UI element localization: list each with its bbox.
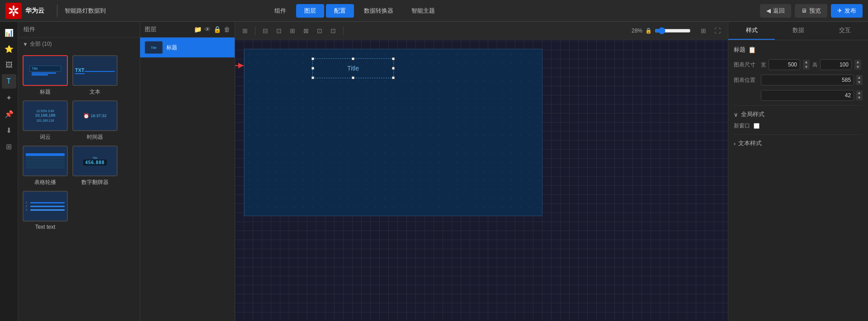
handle-mid-right[interactable] <box>392 67 395 70</box>
pos-y-down-btn[interactable]: ▼ <box>856 95 863 100</box>
handle-top-left[interactable] <box>311 57 314 60</box>
pos-x-down-btn[interactable]: ▼ <box>856 80 863 85</box>
back-button[interactable]: ◀ 返回 <box>760 4 791 18</box>
align-v-center-icon[interactable]: ⊠ <box>301 25 311 36</box>
component-item-shijianqi[interactable]: ⏰ 16:37:32 时间器 <box>72 100 118 141</box>
zoom-slider[interactable] <box>655 27 691 34</box>
component-thumb-ciyun: 12.52% 3.90 10,168,188 101.160.116 <box>23 100 68 131</box>
pos-x-spinners: ▲ ▼ <box>856 75 863 85</box>
align-top-icon[interactable]: ⊞ <box>287 25 298 36</box>
pos-y-spinners: ▲ ▼ <box>856 90 863 100</box>
position-y-row: ▲ ▼ <box>734 90 863 101</box>
tab-smart-theme[interactable]: 智能主题 <box>403 4 443 18</box>
text-style-row[interactable]: › 文本样式 <box>734 139 863 147</box>
height-up-btn[interactable]: ▲ <box>854 60 861 65</box>
align-h-distribute-icon[interactable]: ⊡ <box>274 25 284 36</box>
position-y-input[interactable] <box>761 90 854 101</box>
tab-layers[interactable]: 图层 <box>296 4 324 18</box>
component-thumb-biaoge <box>23 146 68 176</box>
canvas-title-widget[interactable]: Title <box>312 58 394 78</box>
topbar-separator <box>57 5 57 17</box>
tab-style[interactable]: 样式 <box>728 22 775 40</box>
layer-item-biaoti[interactable]: Title 标题 <box>140 38 235 58</box>
canvas-viewport[interactable]: Title <box>235 40 728 321</box>
components-panel-header: 组件 <box>18 22 140 38</box>
zoom-value: 28% <box>632 28 642 34</box>
sidebar-icon-cursor[interactable]: ✦ <box>2 90 16 105</box>
all-count-label: 全部 (10) <box>30 40 52 48</box>
handle-bottom-right[interactable] <box>392 76 395 79</box>
text-style-chevron-icon: › <box>734 140 736 147</box>
component-label-wenben: 文本 <box>90 88 100 96</box>
global-style-row[interactable]: ∨ 全局样式 <box>734 110 863 118</box>
pos-x-up-btn[interactable]: ▲ <box>856 75 863 80</box>
handle-mid-left[interactable] <box>311 67 314 70</box>
align-bottom-icon[interactable]: ⊡ <box>314 25 325 36</box>
sidebar-icon-image[interactable]: 🖼 <box>2 58 16 72</box>
tab-interaction[interactable]: 交互 <box>821 22 868 40</box>
zoom-fit-icon[interactable]: ⊞ <box>698 25 709 36</box>
component-label-shuzi: 数字翻牌器 <box>81 179 108 186</box>
tab-config[interactable]: 配置 <box>326 4 354 18</box>
height-down-btn[interactable]: ▼ <box>854 65 861 70</box>
handle-bottom-left[interactable] <box>311 76 314 79</box>
position-x-input[interactable] <box>761 75 854 85</box>
zoom-full-icon[interactable]: ⛶ <box>712 25 723 36</box>
back-arrow-icon: ◀ <box>766 7 771 14</box>
new-window-checkbox[interactable] <box>754 123 760 129</box>
size-input-group: 宽 ▲ ▼ 高 ▲ ▼ <box>761 59 863 70</box>
width-up-btn[interactable]: ▲ <box>803 60 810 65</box>
width-spinners: ▲ ▼ <box>803 60 810 70</box>
toolbar-divider-2 <box>343 26 344 35</box>
tab-components[interactable]: 组件 <box>266 4 294 18</box>
width-input[interactable] <box>769 59 800 70</box>
style-section-copy-icon[interactable]: 📋 <box>748 46 756 53</box>
collapse-chevron-icon: ∨ <box>734 111 738 118</box>
sidebar-icon-more[interactable]: ⊞ <box>2 139 16 154</box>
component-item-shuzi[interactable]: Title 456.888 数字翻牌器 <box>72 146 118 186</box>
component-item-biaoge[interactable]: 表格轮播 <box>23 146 68 186</box>
component-thumb-wenben: TXT <box>72 55 118 86</box>
sidebar-icon-pin[interactable]: 📌 <box>2 107 16 121</box>
component-item-biaoti[interactable]: Title 标题 <box>23 55 68 96</box>
zoom-lock-icon: 🔒 <box>645 28 652 34</box>
layers-folder-icon[interactable]: 📁 <box>194 26 202 33</box>
height-input[interactable] <box>820 59 852 70</box>
pos-y-up-btn[interactable]: ▲ <box>856 90 863 95</box>
layers-lock-icon[interactable]: 🔒 <box>213 26 221 33</box>
handle-bottom-mid[interactable] <box>352 76 354 79</box>
canvas-red-arrow <box>235 61 245 70</box>
sidebar-icon-text[interactable]: T <box>2 74 16 89</box>
component-item-ciyun[interactable]: 12.52% 3.90 10,168,188 101.160.116 词云 <box>23 100 68 141</box>
layers-header-icons: 📁 👁 🔒 🗑 <box>194 26 230 33</box>
size-row: 图表尺寸 宽 ▲ ▼ 高 ▲ ▼ <box>734 59 863 70</box>
component-item-texttext[interactable]: 1 2 3 Text text <box>23 191 68 230</box>
component-thumb-shijianqi: ⏰ 16:37:32 <box>72 100 118 131</box>
text-style-label: 文本样式 <box>738 139 762 147</box>
align-h-center-icon[interactable]: ⊟ <box>260 25 271 36</box>
sidebar-icon-chart[interactable]: 📊 <box>2 25 16 40</box>
new-window-label: 新窗口 <box>734 122 750 130</box>
canvas-widget-title-text: Title <box>347 65 359 72</box>
preview-icon: 🖥 <box>801 7 807 14</box>
handle-top-mid[interactable] <box>352 57 354 60</box>
preview-button[interactable]: 🖥 预览 <box>795 4 827 18</box>
width-down-btn[interactable]: ▼ <box>803 65 810 70</box>
publish-button[interactable]: ✈ 发布 <box>831 4 863 18</box>
svg-point-1 <box>13 5 14 10</box>
handle-top-right[interactable] <box>392 57 395 60</box>
component-item-wenben[interactable]: TXT 文本 <box>72 55 118 96</box>
layers-eye-icon[interactable]: 👁 <box>204 26 211 33</box>
tab-data[interactable]: 数据 <box>775 22 821 40</box>
huawei-logo-icon <box>5 3 22 19</box>
align-left-icon[interactable]: ⊞ <box>240 25 250 36</box>
canvas-area: ⊞ ⊟ ⊡ ⊞ ⊠ ⊡ ⊡ 28% 🔒 ⊞ ⛶ Title <box>235 22 728 321</box>
tab-data-converter[interactable]: 数据转换器 <box>356 4 401 18</box>
sidebar-icon-download[interactable]: ⬇ <box>2 123 16 137</box>
sidebar-icon-star[interactable]: ⭐ <box>2 42 16 56</box>
components-panel: 组件 ▼ 全部 (10) Title 标题 <box>18 22 140 321</box>
layers-title: 图层 <box>145 25 156 33</box>
align-v-distribute-icon[interactable]: ⊡ <box>328 25 339 36</box>
component-thumb-shuzi: Title 456.888 <box>72 146 118 176</box>
layers-delete-icon[interactable]: 🗑 <box>224 26 230 33</box>
